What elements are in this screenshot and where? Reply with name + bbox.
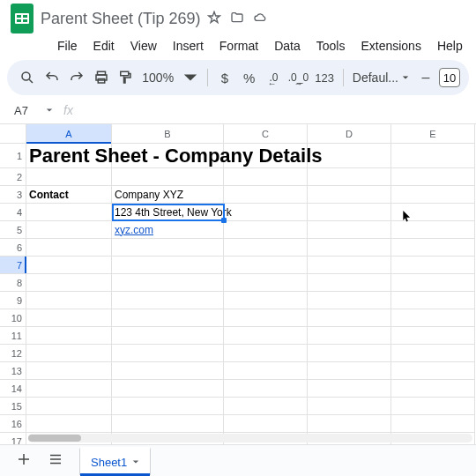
cell[interactable]: [224, 345, 308, 362]
cell[interactable]: [308, 292, 391, 309]
cell[interactable]: [112, 257, 224, 274]
decrease-decimal-button[interactable]: .0←: [263, 65, 286, 90]
menu-file[interactable]: File: [51, 37, 84, 55]
cell[interactable]: [224, 274, 308, 292]
cell[interactable]: [112, 327, 224, 345]
col-header-D[interactable]: D: [308, 124, 391, 144]
cell[interactable]: [224, 309, 308, 327]
row-header[interactable]: 5: [0, 221, 26, 239]
cell[interactable]: [26, 168, 112, 186]
cell[interactable]: [26, 221, 112, 239]
cell[interactable]: [112, 274, 224, 292]
row-header[interactable]: 3: [0, 186, 26, 204]
cell[interactable]: [112, 398, 224, 415]
menu-format[interactable]: Format: [213, 37, 264, 55]
cell[interactable]: [26, 204, 112, 221]
cell[interactable]: [391, 327, 475, 345]
cell[interactable]: [308, 398, 391, 415]
cell[interactable]: [391, 168, 475, 186]
cell[interactable]: [224, 327, 308, 345]
cell[interactable]: [308, 186, 391, 204]
cell[interactable]: [26, 398, 112, 415]
cell[interactable]: [224, 398, 308, 415]
select-all-corner[interactable]: [0, 124, 26, 144]
increase-decimal-button[interactable]: .0_0→: [286, 65, 309, 90]
star-icon[interactable]: [207, 11, 221, 27]
cell[interactable]: [308, 274, 391, 292]
row-header[interactable]: 15: [0, 398, 26, 415]
cell[interactable]: Parent Sheet - Company Details: [26, 144, 112, 168]
cell[interactable]: [224, 362, 308, 380]
cell[interactable]: [308, 309, 391, 327]
cell[interactable]: [224, 380, 308, 398]
spreadsheet-grid[interactable]: A B C D E 1 Parent Sheet - Company Detai…: [0, 123, 476, 457]
number-format-button[interactable]: 123: [311, 65, 338, 90]
row-header[interactable]: 2: [0, 168, 26, 186]
cell[interactable]: [308, 239, 391, 257]
cell[interactable]: [308, 257, 391, 274]
cell[interactable]: [308, 345, 391, 362]
menu-tools[interactable]: Tools: [310, 37, 352, 55]
menu-help[interactable]: Help: [431, 37, 469, 55]
menu-view[interactable]: View: [124, 37, 163, 55]
cell[interactable]: [26, 415, 112, 433]
row-header[interactable]: 6: [0, 239, 26, 257]
cell[interactable]: [391, 362, 475, 380]
all-sheets-button[interactable]: [48, 451, 63, 470]
col-header-B[interactable]: B: [112, 124, 224, 144]
cell[interactable]: [391, 186, 475, 204]
font-family-select[interactable]: Defaul...: [349, 71, 413, 85]
cell[interactable]: [391, 415, 475, 433]
cell[interactable]: [26, 362, 112, 380]
cell[interactable]: [26, 380, 112, 398]
cell[interactable]: [308, 204, 391, 221]
font-size-input[interactable]: 10: [439, 68, 460, 87]
cell[interactable]: [391, 380, 475, 398]
cell[interactable]: [391, 345, 475, 362]
name-box[interactable]: A7: [7, 100, 56, 120]
cell[interactable]: [308, 415, 391, 433]
decrease-font-size-button[interactable]: –: [414, 65, 437, 90]
cell[interactable]: [26, 257, 112, 274]
sheet-tab[interactable]: Sheet1: [79, 447, 151, 475]
redo-icon[interactable]: [65, 65, 88, 90]
formula-bar[interactable]: [80, 100, 469, 120]
cell-link[interactable]: xyz.com: [112, 221, 224, 239]
cell[interactable]: [224, 415, 308, 433]
cell[interactable]: [26, 274, 112, 292]
cell[interactable]: [224, 168, 308, 186]
row-header[interactable]: 8: [0, 274, 26, 292]
cell[interactable]: [26, 292, 112, 309]
cell[interactable]: [224, 257, 308, 274]
cell[interactable]: [112, 415, 224, 433]
percent-button[interactable]: %: [238, 65, 261, 90]
undo-icon[interactable]: [41, 65, 63, 90]
row-header[interactable]: 14: [0, 380, 26, 398]
cell[interactable]: [308, 221, 391, 239]
row-header[interactable]: 11: [0, 327, 26, 345]
cell[interactable]: [26, 327, 112, 345]
horizontal-scrollbar[interactable]: [28, 434, 472, 443]
zoom-caret-icon[interactable]: [179, 65, 202, 90]
col-header-C[interactable]: C: [224, 124, 308, 144]
cell[interactable]: [26, 239, 112, 257]
cell[interactable]: Company XYZ: [112, 186, 224, 204]
print-icon[interactable]: [90, 65, 113, 90]
cell[interactable]: [224, 239, 308, 257]
sheets-logo[interactable]: [11, 4, 33, 33]
col-header-A[interactable]: A: [26, 124, 112, 144]
currency-button[interactable]: $: [213, 65, 236, 90]
zoom-select[interactable]: 100%: [138, 71, 177, 85]
menu-edit[interactable]: Edit: [87, 37, 121, 55]
cell[interactable]: [112, 380, 224, 398]
cell[interactable]: [391, 257, 475, 274]
cell[interactable]: [391, 221, 475, 239]
row-header[interactable]: 10: [0, 309, 26, 327]
cell[interactable]: [112, 168, 224, 186]
cell[interactable]: Contact: [26, 186, 112, 204]
cell[interactable]: [391, 239, 475, 257]
cell[interactable]: [391, 144, 475, 168]
cell[interactable]: [308, 362, 391, 380]
cell[interactable]: [112, 239, 224, 257]
cell[interactable]: [391, 292, 475, 309]
